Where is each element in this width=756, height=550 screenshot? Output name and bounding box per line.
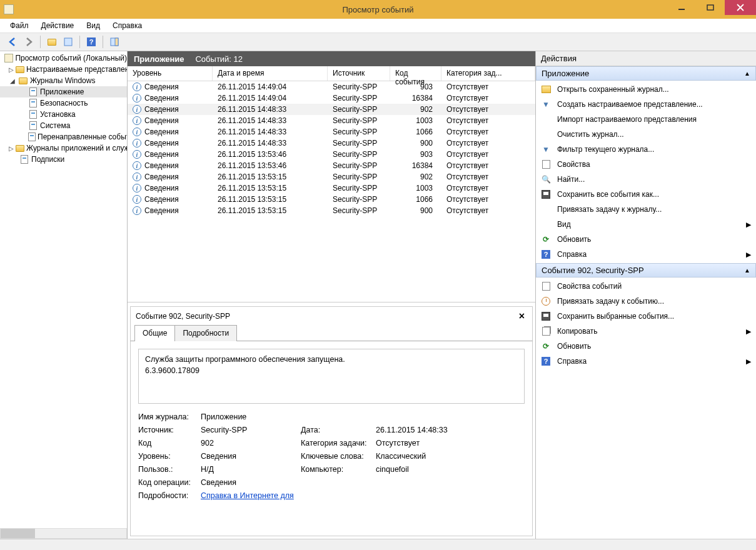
tree-log-setup[interactable]: Установка xyxy=(0,109,127,120)
action-attach-task-event[interactable]: Привязать задачу к событию... xyxy=(536,294,756,309)
tab-general[interactable]: Общие xyxy=(134,325,175,341)
action-save-all-events[interactable]: Сохранить все события как... xyxy=(536,187,756,202)
action-event-properties[interactable]: Свойства событий xyxy=(536,279,756,294)
cell-category: Отсутствует xyxy=(441,128,535,136)
table-row[interactable]: iСведения26.11.2015 14:48:33Security-SPP… xyxy=(128,126,535,138)
back-button[interactable] xyxy=(5,34,20,49)
detail-close-button[interactable]: × xyxy=(517,311,527,322)
collapse-icon[interactable]: ◢ xyxy=(9,78,16,84)
cell-category: Отсутствует xyxy=(441,195,535,204)
action-save-selected-events[interactable]: Сохранить выбранные события... xyxy=(536,309,756,324)
menu-action[interactable]: Действие xyxy=(36,20,79,31)
moreinfo-link[interactable]: Справка в Интернете для xyxy=(201,491,294,500)
table-row[interactable]: iСведения26.11.2015 14:49:04Security-SPP… xyxy=(128,92,535,104)
menu-help[interactable]: Справка xyxy=(108,20,147,31)
action-filter-current-log[interactable]: ▼Фильтр текущего журнала... xyxy=(536,142,756,157)
action-help-event[interactable]: ?Справка▶ xyxy=(536,354,756,369)
table-row[interactable]: iСведения26.11.2015 13:53:15Security-SPP… xyxy=(128,205,535,216)
actions-section-event[interactable]: Событие 902, Security-SPP ▲ xyxy=(536,263,756,278)
col-source-header[interactable]: Источник xyxy=(328,66,390,81)
cell-date: 26.11.2015 14:48:33 xyxy=(213,105,328,114)
action-label: Свойства событий xyxy=(557,282,622,291)
tree-horizontal-scrollbar[interactable] xyxy=(0,528,127,539)
val-taskcat: Отсутствует xyxy=(376,439,501,448)
action-view[interactable]: Вид▶ xyxy=(536,217,756,232)
tree-log-system[interactable]: Система xyxy=(0,120,127,131)
col-level-header[interactable]: Уровень xyxy=(128,66,213,81)
tree-log-security[interactable]: Безопасность xyxy=(0,98,127,109)
help-button[interactable]: ? xyxy=(84,34,99,49)
cell-code: 902 xyxy=(390,105,441,114)
status-bar xyxy=(0,539,756,550)
expand-icon[interactable]: ▷ xyxy=(9,66,14,73)
properties-button[interactable] xyxy=(61,34,76,49)
action-refresh-event[interactable]: ⟳Обновить xyxy=(536,339,756,354)
action-copy[interactable]: Копировать▶ xyxy=(536,324,756,339)
action-import-custom-view[interactable]: Импорт настраиваемого представления xyxy=(536,112,756,127)
info-icon: i xyxy=(133,94,141,102)
action-label: Фильтр текущего журнала... xyxy=(557,145,654,154)
tree-label: Установка xyxy=(40,110,76,119)
action-properties[interactable]: Свойства xyxy=(536,157,756,172)
maximize-button[interactable] xyxy=(696,0,725,15)
tree-windows-logs[interactable]: ◢ Журналы Windows xyxy=(0,75,127,86)
action-refresh[interactable]: ⟳Обновить xyxy=(536,232,756,247)
detail-message-line2: 6.3.9600.17809 xyxy=(145,366,518,377)
list-header: Приложение Событий: 12 xyxy=(128,51,535,66)
col-category-header[interactable]: Категория зад... xyxy=(441,66,535,81)
copy-icon xyxy=(541,326,551,336)
table-row[interactable]: iСведения26.11.2015 13:53:15Security-SPP… xyxy=(128,194,535,205)
cell-code: 903 xyxy=(390,150,441,159)
menu-view[interactable]: Вид xyxy=(81,20,105,31)
log-icon xyxy=(28,98,38,108)
action-help[interactable]: ?Справка▶ xyxy=(536,247,756,262)
tab-details[interactable]: Подробности xyxy=(174,325,237,341)
actions-section-application[interactable]: Приложение ▲ xyxy=(536,66,756,81)
tree-app-services-logs[interactable]: ▷ Журналы приложений и служб xyxy=(0,142,127,154)
cell-level: Сведения xyxy=(144,116,179,125)
action-label: Вид xyxy=(557,220,571,229)
table-row[interactable]: iСведения26.11.2015 14:49:04Security-SPP… xyxy=(128,81,535,92)
action-create-custom-view[interactable]: ▼Создать настраиваемое представление... xyxy=(536,97,756,112)
table-row[interactable]: iСведения26.11.2015 14:48:33Security-SPP… xyxy=(128,138,535,149)
section-label: Приложение xyxy=(542,69,589,78)
show-tree-button[interactable] xyxy=(44,34,59,49)
cell-date: 26.11.2015 14:48:33 xyxy=(213,139,328,148)
expand-icon[interactable]: ▷ xyxy=(9,145,14,152)
tree-log-application[interactable]: Приложение xyxy=(0,86,127,98)
menu-file[interactable]: Файл xyxy=(5,20,34,31)
folder-icon xyxy=(541,84,551,94)
tree-subscriptions[interactable]: Подписки xyxy=(0,154,127,165)
lbl-moreinfo: Подробности: xyxy=(138,491,201,500)
forward-button[interactable] xyxy=(21,34,36,49)
actions-pane-button[interactable] xyxy=(107,34,122,49)
action-find[interactable]: 🔍Найти... xyxy=(536,172,756,187)
table-row[interactable]: iСведения26.11.2015 14:48:33Security-SPP… xyxy=(128,104,535,115)
info-icon: i xyxy=(133,172,141,181)
tree-log-forwarded[interactable]: Перенаправленные события xyxy=(0,131,127,142)
clock-icon xyxy=(541,296,551,306)
table-row[interactable]: iСведения26.11.2015 13:53:15Security-SPP… xyxy=(128,171,535,182)
table-row[interactable]: iСведения26.11.2015 13:53:15Security-SPP… xyxy=(128,182,535,194)
info-icon: i xyxy=(133,105,141,114)
tree-root[interactable]: Просмотр событий (Локальный) xyxy=(0,52,127,64)
info-icon: i xyxy=(133,150,141,159)
close-button[interactable] xyxy=(725,0,756,15)
detail-message: Служба защиты программного обеспечения з… xyxy=(138,349,525,404)
filter-icon: ▼ xyxy=(541,99,551,109)
list-title: Приложение xyxy=(134,54,184,64)
col-code-header[interactable]: Код события xyxy=(390,66,441,81)
help-icon: ? xyxy=(541,249,551,259)
col-date-header[interactable]: Дата и время xyxy=(213,66,328,81)
lbl-taskcat: Категория задачи: xyxy=(301,439,376,448)
tree-custom-views[interactable]: ▷ Настраиваемые представления xyxy=(0,64,127,75)
table-row[interactable]: iСведения26.11.2015 13:53:46Security-SPP… xyxy=(128,149,535,160)
action-attach-task-log[interactable]: Привязать задачу к журналу... xyxy=(536,202,756,217)
table-row[interactable]: iСведения26.11.2015 13:53:46Security-SPP… xyxy=(128,160,535,171)
action-open-saved-log[interactable]: Открыть сохраненный журнал... xyxy=(536,82,756,97)
minimize-button[interactable] xyxy=(667,0,696,15)
find-icon: 🔍 xyxy=(541,174,551,184)
action-clear-log[interactable]: Очистить журнал... xyxy=(536,127,756,142)
val-logname: Приложение xyxy=(201,412,301,421)
table-row[interactable]: iСведения26.11.2015 14:48:33Security-SPP… xyxy=(128,115,535,126)
